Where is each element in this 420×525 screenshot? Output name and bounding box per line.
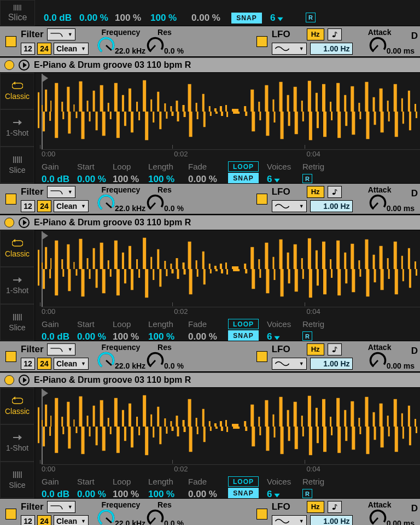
lfo-hz-button[interactable]: Hz — [307, 186, 324, 198]
lfo-rate-input[interactable]: 1.00 Hz — [310, 515, 353, 526]
start-value[interactable]: 0.00 % — [77, 331, 106, 341]
filter-circuit-select[interactable]: Clean▼ — [54, 43, 89, 55]
fade-value[interactable]: 0.00 % — [188, 489, 217, 498]
lfo-rate-input[interactable]: 1.00 Hz — [310, 43, 353, 55]
lfo-shape-select[interactable]: ▼ — [272, 200, 307, 212]
filter-enable-button[interactable] — [5, 351, 16, 362]
mode-slice-button[interactable]: Slice — [0, 462, 34, 498]
loop-button[interactable]: LOOP — [228, 476, 259, 487]
lfo-shape-select[interactable]: ▼ — [272, 43, 307, 55]
mode-oneshot-button[interactable]: 1-Shot — [0, 424, 34, 461]
filter-enable-button[interactable] — [5, 194, 16, 205]
snap-button[interactable]: SNAP — [228, 330, 259, 341]
snap-button[interactable]: SNAP — [228, 173, 259, 183]
length-value[interactable]: 100 % — [148, 489, 174, 498]
clip-name[interactable]: E-Piano & Drum groove 03 110 bpm R — [34, 375, 191, 385]
attack-value[interactable]: 0.00 ms — [387, 46, 415, 55]
slope-12-button[interactable]: 12 — [21, 515, 35, 526]
loop-value[interactable]: 100 % — [113, 489, 139, 498]
timeline-ruler[interactable]: 0:00 0:02 0:04 — [42, 464, 420, 474]
res-value[interactable]: 0.0 % — [164, 519, 184, 526]
mode-oneshot-button[interactable]: 1-Shot — [0, 267, 34, 304]
lfo-sync-button[interactable] — [328, 343, 342, 355]
res-knob[interactable] — [145, 193, 165, 213]
clip-play-button[interactable] — [19, 375, 30, 386]
loop-button[interactable]: LOOP — [228, 319, 259, 329]
clip-name[interactable]: E-Piano & Drum groove 03 110 bpm R — [34, 218, 191, 228]
clip-activator[interactable] — [4, 60, 14, 70]
start-value[interactable]: 0.00 % — [77, 489, 106, 498]
gain-value[interactable]: 0.0 dB — [42, 174, 69, 183]
slope-24-button[interactable]: 24 — [37, 515, 51, 526]
lfo-enable-button[interactable] — [256, 509, 267, 520]
lfo-sync-button[interactable] — [328, 186, 342, 198]
attack-knob[interactable] — [368, 36, 388, 55]
res-value[interactable]: 0.0 % — [164, 46, 184, 55]
gain-value[interactable]: 0.0 dB — [42, 331, 69, 341]
clip-play-button[interactable] — [19, 60, 30, 71]
frequency-knob[interactable] — [96, 351, 116, 370]
filter-circuit-select[interactable]: Clean▼ — [54, 515, 89, 526]
retrig-button[interactable]: R — [302, 331, 312, 341]
res-knob[interactable] — [145, 36, 165, 55]
filter-enable-button[interactable] — [5, 36, 16, 47]
lfo-sync-button[interactable] — [328, 501, 342, 513]
voices-value[interactable]: 6▾ — [267, 174, 278, 183]
filter-shape-select[interactable]: ▼ — [47, 343, 75, 355]
retrig-button[interactable]: R — [302, 489, 312, 498]
waveform-display[interactable]: 0:00 0:02 0:04 Gain0.0 dB Start0.00 % Lo… — [35, 73, 420, 183]
clip-play-button[interactable] — [19, 217, 30, 228]
lfo-hz-button[interactable]: Hz — [307, 501, 324, 513]
retrig-button[interactable]: R — [306, 13, 316, 22]
attack-value[interactable]: 0.00 ms — [387, 361, 415, 370]
lfo-rate-input[interactable]: 1.00 Hz — [310, 358, 353, 370]
loop-value[interactable]: 100 % — [113, 331, 139, 341]
retrig-button[interactable]: R — [302, 174, 312, 183]
snap-button[interactable]: SNAP — [231, 13, 262, 24]
slope-12-button[interactable]: 12 — [21, 200, 35, 212]
clip-name[interactable]: E-Piano & Drum groove 03 110 bpm R — [34, 60, 191, 70]
res-value[interactable]: 0.0 % — [164, 204, 184, 213]
lfo-rate-input[interactable]: 1.00 Hz — [310, 200, 353, 212]
mode-slice-button[interactable]: Slice — [0, 304, 34, 341]
mode-classic-button[interactable]: Classic — [0, 388, 34, 424]
frequency-knob[interactable] — [96, 193, 116, 213]
filter-shape-select[interactable]: ▼ — [47, 501, 75, 513]
loop-value[interactable]: 100 % — [115, 13, 141, 24]
start-value[interactable]: 0.00 % — [77, 174, 106, 183]
mode-slice-button[interactable]: Slice — [0, 0, 35, 26]
waveform-display[interactable]: 0:00 0:02 0:04 Gain0.0 dB Start0.00 % Lo… — [35, 388, 420, 498]
loop-button[interactable]: LOOP — [228, 161, 259, 172]
attack-knob[interactable] — [368, 508, 388, 526]
frequency-value[interactable]: 22.0 kHz — [115, 361, 145, 370]
mode-oneshot-button[interactable]: 1-Shot — [0, 109, 34, 146]
waveform-display[interactable]: 0:00 0:02 0:04 Gain0.0 dB Start0.00 % Lo… — [35, 230, 420, 341]
slope-24-button[interactable]: 24 — [37, 200, 51, 212]
filter-circuit-select[interactable]: Clean▼ — [54, 358, 89, 370]
attack-knob[interactable] — [368, 193, 388, 213]
timeline-ruler[interactable]: 0:00 0:02 0:04 — [42, 149, 420, 159]
lfo-shape-select[interactable]: ▼ — [272, 358, 307, 370]
lfo-enable-button[interactable] — [256, 194, 267, 205]
fade-value[interactable]: 0.00 % — [191, 13, 220, 24]
fade-value[interactable]: 0.00 % — [188, 331, 217, 341]
res-value[interactable]: 0.0 % — [164, 361, 184, 370]
start-value[interactable]: 0.00 % — [79, 13, 108, 24]
attack-value[interactable]: 0.00 ms — [387, 519, 415, 526]
filter-circuit-select[interactable]: Clean▼ — [54, 200, 89, 212]
slope-12-button[interactable]: 12 — [21, 43, 35, 55]
slope-24-button[interactable]: 24 — [37, 358, 51, 370]
lfo-enable-button[interactable] — [256, 36, 267, 47]
mode-classic-button[interactable]: Classic — [0, 73, 34, 109]
slope-12-button[interactable]: 12 — [21, 358, 35, 370]
frequency-value[interactable]: 22.0 kHz — [115, 46, 145, 55]
lfo-hz-button[interactable]: Hz — [307, 28, 324, 40]
lfo-shape-select[interactable]: ▼ — [272, 515, 307, 526]
frequency-knob[interactable] — [96, 36, 116, 55]
timeline-ruler[interactable]: 0:00 0:02 0:04 — [42, 307, 420, 317]
voices-value[interactable]: 6▾ — [270, 13, 282, 24]
fade-value[interactable]: 0.00 % — [188, 174, 217, 183]
loop-value[interactable]: 100 % — [113, 174, 139, 183]
filter-shape-select[interactable]: ▼ — [47, 28, 75, 40]
attack-value[interactable]: 0.00 ms — [387, 204, 415, 213]
